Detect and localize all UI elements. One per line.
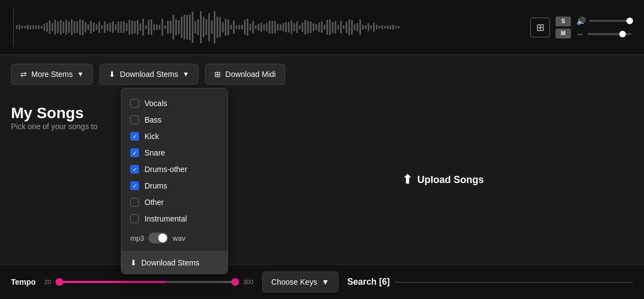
waveform-bar xyxy=(167,20,169,35)
waveform-bar xyxy=(112,21,114,33)
waveform-bar xyxy=(162,19,163,35)
waveform-bar xyxy=(277,24,279,31)
dropdown-item-kick[interactable]: Kick xyxy=(121,128,227,145)
waveform-bar xyxy=(60,20,62,34)
waveform-bar xyxy=(398,26,399,29)
instrumental-label: Instrumental xyxy=(145,214,187,223)
solo-button[interactable]: S xyxy=(556,16,571,26)
choose-keys-label: Choose Keys xyxy=(271,278,317,286)
upload-icon: ⬆ xyxy=(402,173,412,187)
other-label: Other xyxy=(145,198,164,207)
tempo-track[interactable] xyxy=(55,281,238,283)
more-stems-button[interactable]: ⇄ More Stems ▼ xyxy=(11,64,93,85)
waveform-bar xyxy=(57,21,59,34)
waveform-bar xyxy=(151,19,152,35)
waveform-bar xyxy=(332,22,334,33)
waveform-bar xyxy=(255,25,257,30)
sm-buttons: S M xyxy=(556,16,571,38)
download-stems-chevron: ▼ xyxy=(182,70,189,78)
dropdown-download-button[interactable]: ⬇ Download Stems xyxy=(121,251,227,274)
waveform-bar xyxy=(178,20,180,34)
waveform-bar xyxy=(381,25,383,29)
waveform-bar xyxy=(293,23,295,31)
waveform-controls: ⊞ S M 🔊 ↔ xyxy=(530,16,633,38)
pan-track[interactable] xyxy=(587,33,631,35)
waveform-bar xyxy=(123,21,125,33)
waveform-bar xyxy=(74,21,75,34)
format-toggle[interactable] xyxy=(148,232,168,243)
waveform-bar xyxy=(120,21,122,34)
waveform-bar xyxy=(238,25,240,30)
pan-slider-row: ↔ xyxy=(576,30,633,38)
waveform-bar xyxy=(392,25,394,30)
dropdown-item-drums[interactable]: Drums xyxy=(121,178,227,194)
waveform-bar xyxy=(274,21,276,33)
waveform-bar xyxy=(109,23,111,32)
upload-songs-button[interactable]: ⬆ Upload Songs xyxy=(402,173,484,187)
download-midi-icon: ⊞ xyxy=(214,70,221,79)
waveform-bar xyxy=(159,25,160,30)
volume-thumb[interactable] xyxy=(626,18,633,24)
waveform-bar xyxy=(107,24,108,31)
waveform-bar xyxy=(233,20,235,34)
dropdown-item-drums-other[interactable]: Drums-other xyxy=(121,161,227,178)
checkbox-instrumental[interactable] xyxy=(130,214,139,223)
tempo-slider[interactable]: 20 300 xyxy=(45,279,253,285)
waveform-bar xyxy=(82,20,84,35)
checkbox-vocals[interactable] xyxy=(130,99,139,108)
dropdown-item-snare[interactable]: Snare xyxy=(121,145,227,161)
checkbox-kick[interactable] xyxy=(130,132,139,141)
waveform-bar xyxy=(310,21,312,34)
download-stems-label: Download Stems xyxy=(120,70,178,79)
dropdown-download-label: Download Stems xyxy=(141,258,199,267)
pan-icon: ↔ xyxy=(576,30,584,38)
checkbox-drums[interactable] xyxy=(130,181,139,190)
waveform-bar xyxy=(118,21,119,34)
waveform-bar xyxy=(299,25,301,29)
choose-keys-button[interactable]: Choose Keys ▼ xyxy=(262,272,338,292)
waveform-bar xyxy=(156,24,158,30)
waveform-bar xyxy=(71,19,73,35)
waveform-bar xyxy=(38,25,40,30)
waveform-bar xyxy=(219,17,221,37)
download-stems-dropdown: Vocals Bass Kick Snare Drums-other Drums… xyxy=(121,88,228,274)
volume-track[interactable] xyxy=(589,20,633,22)
download-midi-button[interactable]: ⊞ Download Midi xyxy=(205,64,285,85)
waveform-bar xyxy=(30,25,31,29)
tempo-label: Tempo xyxy=(11,278,36,286)
tempo-thumb-right[interactable] xyxy=(231,278,239,286)
waveform-bar xyxy=(216,16,218,38)
checkbox-snare[interactable] xyxy=(130,148,139,157)
waveform-bar xyxy=(302,23,303,32)
dropdown-item-instrumental[interactable]: Instrumental xyxy=(121,211,227,227)
mute-button[interactable]: M xyxy=(556,29,571,38)
tempo-thumb-left[interactable] xyxy=(55,278,63,286)
waveform-bar xyxy=(87,24,89,30)
waveform-bar xyxy=(203,17,204,38)
waveform-bar xyxy=(79,19,81,36)
waveform-bar xyxy=(27,25,29,30)
piano-icon[interactable]: ⊞ xyxy=(530,18,550,37)
waveform-bar xyxy=(170,21,171,34)
more-stems-label: More Stems xyxy=(31,70,73,79)
waveform-bar xyxy=(197,19,199,36)
waveform-bar xyxy=(49,20,51,35)
dropdown-item-bass[interactable]: Bass xyxy=(121,112,227,128)
toolbar: ⇄ More Stems ▼ ⬇ Download Stems ▼ ⊞ Down… xyxy=(0,55,644,93)
waveform-bar xyxy=(269,21,270,34)
checkbox-other[interactable] xyxy=(130,198,139,207)
format-mp3-label: mp3 xyxy=(130,234,144,242)
pan-thumb[interactable] xyxy=(619,31,626,37)
waveform-bar xyxy=(41,26,42,29)
waveform-bar xyxy=(90,21,92,33)
waveform-bar xyxy=(46,23,48,32)
download-stems-button[interactable]: ⬇ Download Stems ▼ xyxy=(99,64,198,85)
dropdown-item-other[interactable]: Other xyxy=(121,194,227,211)
checkbox-drums-other[interactable] xyxy=(130,165,139,174)
checkbox-bass[interactable] xyxy=(130,115,139,124)
waveform-bar xyxy=(296,21,298,33)
waveform-bar xyxy=(249,24,251,31)
waveform-bar xyxy=(370,25,372,30)
dropdown-item-vocals[interactable]: Vocals xyxy=(121,95,227,112)
waveform-bar xyxy=(32,25,34,29)
